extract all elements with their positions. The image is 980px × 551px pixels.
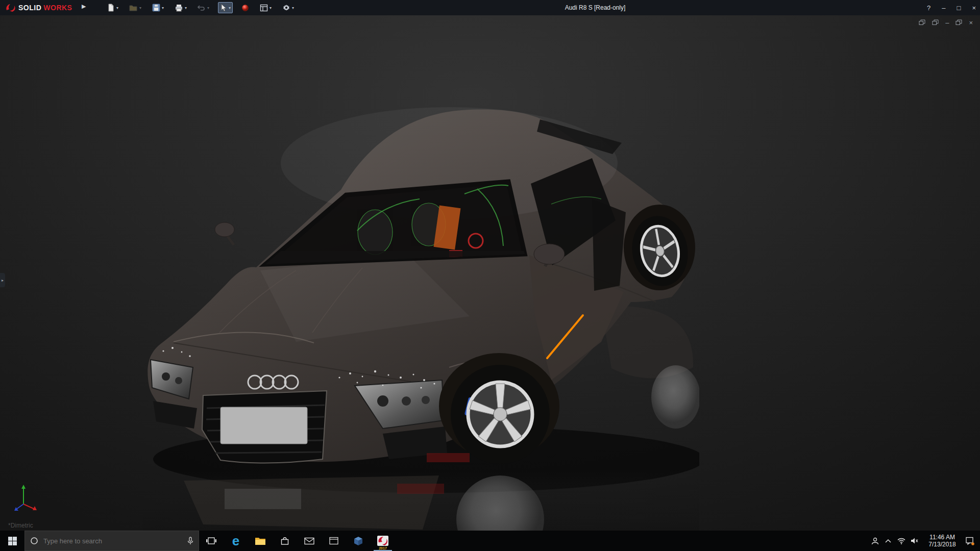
brand-solid: SOLID [18,4,41,12]
solidworks-logo: SOLIDWORKS [5,0,72,15]
appearance-button[interactable] [239,3,251,13]
featuremanager-flyout-tab[interactable]: ▸ [0,273,5,287]
people-icon [871,537,879,545]
task-view-icon [206,537,216,545]
edge-icon: e [232,533,239,549]
new-document-button[interactable]: ▾ [105,2,120,13]
front-grille[interactable] [202,391,327,463]
orientation-triad [13,484,40,513]
chevron-up-icon [885,539,891,543]
solidworks-taskbar-button[interactable]: 2017 [371,531,395,551]
save-floppy-icon [152,4,160,12]
task-view-button[interactable] [199,531,224,551]
solidworks-titlebar: SOLIDWORKS ▶ ▾ ▾ [0,0,980,15]
close-button[interactable]: × [972,4,976,12]
edge-button[interactable]: e [224,531,248,551]
store-button[interactable] [273,531,297,551]
mail-button[interactable] [297,531,322,551]
taskbar-search[interactable] [24,531,199,551]
speaker-icon [911,537,919,544]
report-panel-icon [260,4,268,12]
dropdown-caret-icon[interactable]: ▾ [292,6,294,10]
left-mirror[interactable] [215,222,234,245]
network-button[interactable] [895,538,908,544]
system-tray: 11:46 AM 7/13/2018 [868,531,980,551]
red-sphere-icon [241,4,249,12]
wifi-icon [897,538,905,544]
print-button[interactable]: ▾ [173,3,189,13]
clock-time: 11:46 AM [923,534,961,541]
view-report-button[interactable]: ▾ [258,3,274,13]
printer-icon [175,4,183,12]
app-window-button[interactable] [322,531,346,551]
clock-date: 7/13/2018 [923,541,961,548]
license-plate [220,407,307,444]
dropdown-caret-icon[interactable]: ▾ [116,6,118,10]
mail-icon [304,537,314,545]
tile-windows-icon[interactable] [919,19,925,27]
graphics-viewport[interactable]: – × ▸ [0,15,980,531]
gear-icon [282,4,290,12]
undo-arrow-icon [198,4,206,11]
new-document-icon [107,4,115,12]
search-input[interactable] [42,537,183,545]
options-button[interactable]: ▾ [280,2,296,13]
open-folder-icon [129,4,138,12]
windows-logo-icon [8,537,17,545]
dropdown-caret-icon[interactable]: ▾ [270,6,272,10]
action-center-button[interactable] [963,537,976,545]
tray-overflow-button[interactable] [881,539,895,543]
microphone-icon[interactable] [187,537,193,545]
cube-icon [354,536,363,546]
brand-works: WORKS [43,4,72,12]
desktop: SOLIDWORKS ▶ ▾ ▾ [0,0,980,551]
people-button[interactable] [868,537,881,545]
dropdown-caret-icon[interactable]: ▾ [185,6,187,10]
volume-button[interactable] [908,537,921,544]
solidworks-app-icon [377,535,389,546]
red-accent [427,453,470,462]
dropdown-caret-icon[interactable]: ▾ [229,6,231,10]
app-window-icon [329,537,338,545]
dassault-logo-icon [5,3,16,12]
dropdown-caret-icon[interactable]: ▾ [162,6,164,10]
menu-flyout-arrow[interactable]: ▶ [82,3,86,10]
document-window-controls: – × [919,19,973,27]
doc-minimize-button[interactable]: – [945,20,949,26]
quick-access-toolbar: ▾ ▾ ▾ [105,0,296,15]
select-cursor-icon [220,4,227,12]
window-controls: ? – □ × [927,0,976,15]
minimize-button[interactable]: – [942,4,945,12]
front-wheel[interactable] [451,365,550,464]
save-button[interactable]: ▾ [150,2,166,13]
notification-badge [971,542,974,545]
action-center-icon [966,537,974,545]
view-orientation-label: *Dimetric [8,522,33,529]
doc-close-button[interactable]: × [969,20,973,26]
file-explorer-icon [255,536,266,545]
store-bag-icon [280,536,289,545]
maximize-button[interactable]: □ [957,4,961,12]
undo-button[interactable]: ▾ [195,3,211,13]
car-model[interactable] [143,102,699,531]
solidworks-year-label: 2017 [371,546,395,550]
dropdown-caret-icon[interactable]: ▾ [139,6,141,10]
start-button[interactable] [0,531,24,551]
cortana-ring-icon [30,537,38,545]
cascade-windows-icon[interactable] [932,19,939,27]
composer-button[interactable] [346,531,371,551]
taskbar-clock[interactable]: 11:46 AM 7/13/2018 [921,534,963,548]
windows-taskbar: e [0,531,980,551]
file-explorer-button[interactable] [248,531,273,551]
help-button[interactable]: ? [927,4,930,12]
dropdown-caret-icon[interactable]: ▾ [207,6,209,10]
open-document-button[interactable]: ▾ [127,3,143,13]
select-tool-button[interactable]: ▾ [218,2,233,13]
doc-restore-button[interactable] [955,19,962,27]
window-title: Audi R8 S [Read-only] [565,4,626,11]
